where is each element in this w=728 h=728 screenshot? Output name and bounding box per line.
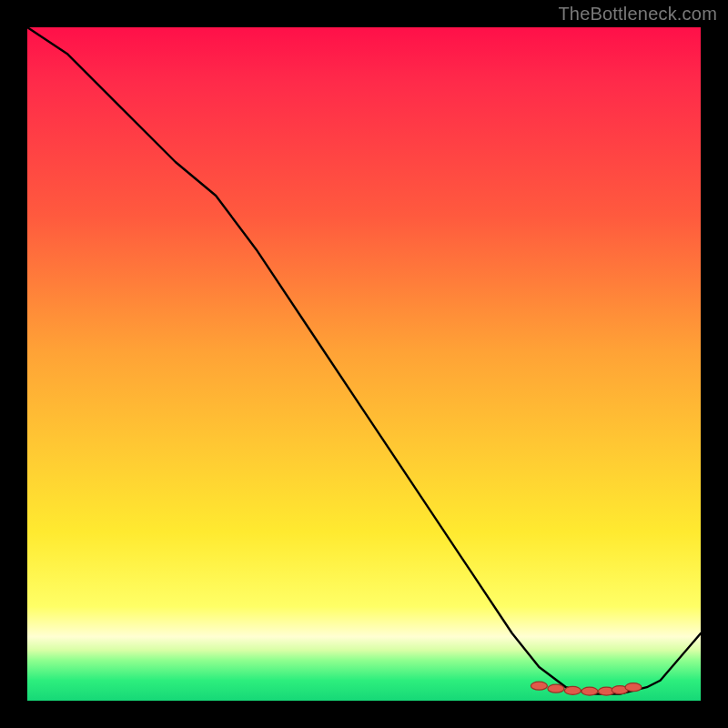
marker-dot <box>564 686 581 694</box>
marker-dot <box>625 683 642 692</box>
marker-dot <box>531 682 547 690</box>
bottleneck-curve <box>27 27 701 694</box>
curve-layer <box>27 27 701 701</box>
marker-dot <box>548 684 564 693</box>
chart-frame: TheBottleneck.com <box>0 0 728 728</box>
watermark-label: TheBottleneck.com <box>558 4 717 25</box>
plot-area <box>27 27 701 701</box>
marker-group <box>531 682 642 695</box>
marker-dot <box>581 687 598 695</box>
